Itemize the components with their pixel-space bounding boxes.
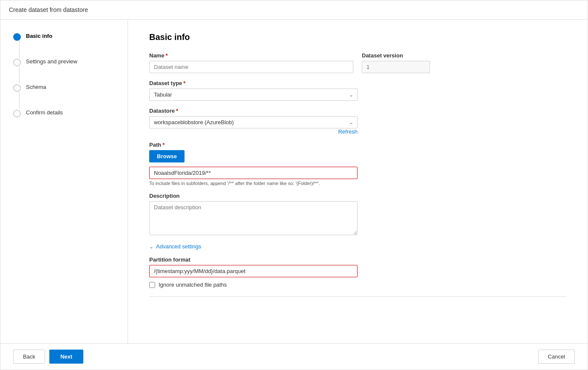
step-label-schema: Schema — [26, 83, 46, 90]
step-schema[interactable]: Schema — [13, 83, 119, 92]
step-connector-3 — [19, 92, 20, 109]
step-settings-preview[interactable]: Settings and preview — [13, 58, 119, 66]
step-circle-schema — [13, 84, 21, 92]
page-title: Create dataset from datastore — [0, 0, 588, 20]
chevron-down-icon: ⌄ — [149, 244, 153, 250]
path-input-wrapper: NoaalsdFlorida/2019/** — [149, 167, 358, 179]
cancel-button[interactable]: Cancel — [538, 350, 575, 364]
partition-section: Partition format /{timestamp:yyy/MM/dd}/… — [149, 256, 358, 288]
datastore-required: * — [176, 108, 178, 114]
datastore-group: Datastore * workspaceblobstore (AzureBlo… — [149, 108, 566, 135]
name-required: * — [165, 52, 168, 59]
advanced-settings-label: Advanced settings — [156, 243, 201, 250]
name-input[interactable] — [149, 61, 353, 73]
datastore-select-wrapper: workspaceblobstore (AzureBlob) ⌄ — [149, 116, 358, 128]
step-circle-confirm-details — [13, 110, 21, 117]
dataset-type-label: Dataset type * — [149, 80, 566, 86]
step-basic-info[interactable]: Basic info — [13, 32, 119, 41]
step-confirm-details[interactable]: Confirm details — [13, 109, 119, 117]
version-input: 1 — [362, 61, 430, 73]
ignore-unmatched-label[interactable]: Ignore unmatched file paths — [159, 282, 227, 288]
footer-left-actions: Back Next — [13, 350, 83, 364]
path-hint: To include files in subfolders, append '… — [149, 181, 566, 186]
ignore-unmatched-row: Ignore unmatched file paths — [149, 282, 358, 288]
advanced-settings-toggle[interactable]: ⌄ Advanced settings — [149, 243, 566, 250]
datastore-select[interactable]: workspaceblobstore (AzureBlob) — [149, 116, 358, 128]
partition-format-input[interactable]: /{timestamp:yyy/MM/dd}/data.parquet — [150, 265, 357, 277]
path-group: Path * Browse NoaalsdFlorida/2019/** To … — [149, 142, 566, 186]
path-required: * — [162, 142, 165, 148]
name-label: Name * — [149, 52, 353, 59]
partition-format-label: Partition format — [149, 256, 358, 263]
datastore-label: Datastore * — [149, 108, 566, 114]
ignore-unmatched-checkbox[interactable] — [149, 282, 155, 288]
path-input[interactable]: NoaalsdFlorida/2019/** — [149, 167, 358, 179]
sidebar: Basic info Settings and preview Schema C… — [0, 20, 128, 343]
path-label: Path * — [149, 142, 566, 148]
name-version-row: Name * Dataset version 1 — [149, 52, 566, 73]
next-button[interactable]: Next — [49, 350, 83, 364]
step-connector-1 — [19, 41, 20, 58]
content-area: Basic info Name * Dataset version 1 — [128, 20, 588, 343]
dataset-type-select-wrapper: Tabular File ⌄ — [149, 88, 358, 101]
step-label-settings-preview: Settings and preview — [26, 58, 77, 65]
content-divider — [149, 296, 566, 297]
partition-input-wrapper: /{timestamp:yyy/MM/dd}/data.parquet — [149, 265, 358, 277]
dataset-type-required: * — [183, 80, 185, 86]
dataset-type-group: Dataset type * Tabular File ⌄ — [149, 80, 566, 101]
description-textarea[interactable] — [149, 201, 358, 235]
step-circle-settings-preview — [13, 59, 21, 66]
description-group: Description — [149, 193, 566, 236]
back-button[interactable]: Back — [13, 350, 45, 364]
step-connector-2 — [19, 66, 20, 83]
refresh-link[interactable]: Refresh — [338, 128, 358, 135]
footer: Back Next Cancel — [0, 343, 588, 370]
description-label: Description — [149, 193, 566, 199]
step-label-basic-info: Basic info — [26, 32, 52, 39]
version-label: Dataset version — [362, 52, 430, 59]
name-col: Name * — [149, 52, 353, 73]
step-circle-basic-info — [13, 33, 21, 41]
dataset-type-select[interactable]: Tabular File — [149, 88, 358, 101]
browse-button[interactable]: Browse — [149, 150, 185, 162]
version-col: Dataset version 1 — [362, 52, 430, 73]
step-label-confirm-details: Confirm details — [26, 109, 63, 116]
section-title: Basic info — [149, 32, 566, 42]
